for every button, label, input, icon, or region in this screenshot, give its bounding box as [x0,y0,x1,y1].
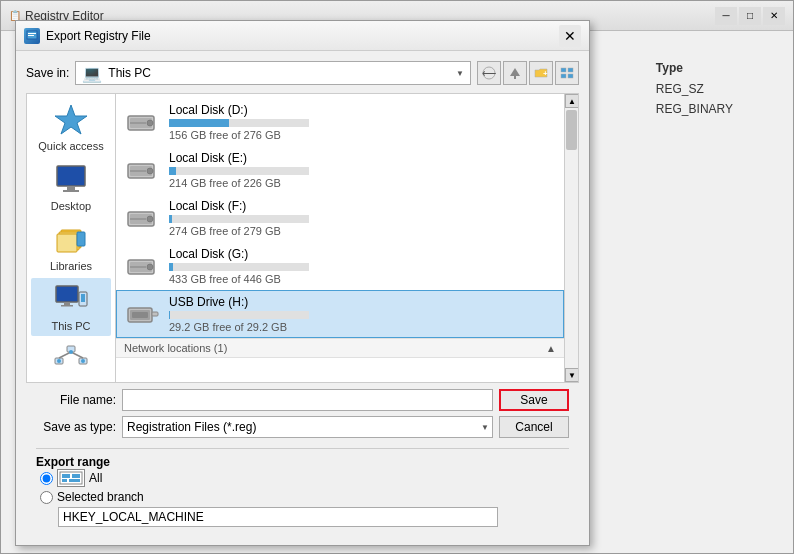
svg-point-32 [81,359,85,363]
sidebar-item-quickaccess[interactable]: Quick access [31,98,111,156]
bg-minimize-button[interactable]: ─ [715,7,737,25]
save-in-dropdown[interactable]: 💻 This PC ▼ [75,61,471,85]
back-button[interactable]: ⟵ [477,61,501,85]
dialog-close-button[interactable]: ✕ [559,25,581,47]
drive-icon-4 [125,299,161,329]
svg-rect-36 [130,122,146,124]
sidebar-item-thispc[interactable]: This PC [31,278,111,336]
drive-bar-fill-0 [169,119,229,127]
scrollbar[interactable]: ▲ ▼ [564,94,578,382]
drive-item-3[interactable]: Local Disk (G:) 433 GB free of 446 GB [116,242,564,290]
svg-point-47 [147,264,153,270]
svg-rect-44 [130,218,146,220]
network-section-text: Network locations (1) [124,342,546,354]
bg-close-button[interactable]: ✕ [763,7,785,25]
svg-rect-1 [28,33,36,34]
network-icon [51,342,91,378]
type-column: Type REG_SZ REG_BINARY [656,61,733,119]
drive-free-4: 29.2 GB free of 29.2 GB [169,321,555,333]
drive-bar-2 [169,215,309,223]
sidebar-thispc-label: This PC [51,320,90,332]
view-button[interactable] [555,61,579,85]
sidebar-item-desktop[interactable]: Desktop [31,158,111,216]
network-section-header[interactable]: Network locations (1) ▲ [116,338,564,358]
file-list[interactable]: Local Disk (D:) 156 GB free of 276 GB Lo… [116,94,564,382]
cancel-button[interactable]: Cancel [499,416,569,438]
drive-bar-3 [169,263,309,271]
drive-info-0: Local Disk (D:) 156 GB free of 276 GB [169,103,555,141]
svg-rect-57 [69,479,80,482]
sidebar-item-libraries[interactable]: Libraries [31,218,111,276]
save-in-dropdown-arrow: ▼ [456,69,464,78]
all-icon [57,469,85,487]
main-area: Quick access Desktop [26,93,579,383]
savetype-select[interactable]: Registration Files (*.reg) [122,416,493,438]
filename-label: File name: [36,393,116,407]
drive-bar-4 [169,311,309,319]
svg-rect-21 [64,302,70,305]
drive-item-1[interactable]: Local Disk (E:) 214 GB free of 226 GB [116,146,564,194]
svg-rect-24 [81,294,85,302]
scroll-up-button[interactable]: ▲ [565,94,579,108]
network-section-chevron: ▲ [546,343,556,354]
all-option[interactable]: All [40,469,569,487]
dialog-title: Export Registry File [46,29,559,43]
export-range-title: Export range [36,455,110,469]
filename-input[interactable] [122,389,493,411]
drive-free-1: 214 GB free of 226 GB [169,177,555,189]
drive-info-1: Local Disk (E:) 214 GB free of 226 GB [169,151,555,189]
drive-bar-fill-3 [169,263,173,271]
drive-name-3: Local Disk (G:) [169,247,555,261]
savetype-select-wrapper: Registration Files (*.reg) ▼ [122,416,493,438]
drive-item-2[interactable]: Local Disk (F:) 274 GB free of 279 GB [116,194,564,242]
libraries-icon [51,222,91,258]
up-button[interactable] [503,61,527,85]
svg-rect-15 [63,190,79,192]
toolbar-buttons: ⟵ + [477,61,579,85]
svg-rect-54 [62,474,70,478]
quickaccess-icon [51,102,91,138]
drive-name-2: Local Disk (F:) [169,199,555,213]
drive-icon-1 [125,155,161,185]
svg-rect-52 [152,312,158,316]
svg-rect-55 [72,474,80,478]
all-radio[interactable] [40,472,53,485]
save-in-row: Save in: 💻 This PC ▼ ⟵ [26,61,579,85]
sidebar-network-label: Network [51,380,91,383]
selected-branch-input[interactable] [58,507,498,527]
sidebar-item-network[interactable]: Network [31,338,111,383]
filename-row: File name: Save [36,389,569,411]
save-button[interactable]: Save [499,389,569,411]
drive-item-4[interactable]: USB Drive (H:) 29.2 GB free of 29.2 GB [116,290,564,338]
drive-item-0[interactable]: Local Disk (D:) 156 GB free of 276 GB [116,98,564,146]
drive-info-2: Local Disk (F:) 274 GB free of 279 GB [169,199,555,237]
bg-maximize-button[interactable]: □ [739,7,761,25]
selected-branch-radio[interactable] [40,491,53,504]
svg-rect-8 [561,68,566,72]
svg-rect-13 [57,166,85,186]
save-in-label: Save in: [26,66,69,80]
bg-win-controls: ─ □ ✕ [715,7,785,25]
drive-bar-0 [169,119,309,127]
drive-icon-3 [125,251,161,281]
scroll-down-button[interactable]: ▼ [565,368,579,382]
new-folder-button[interactable]: + [529,61,553,85]
svg-rect-19 [77,232,85,246]
svg-marker-12 [55,105,87,134]
svg-text:+: + [543,69,548,78]
svg-point-31 [57,359,61,363]
bottom-section: File name: Save Save as type: Registrati… [26,383,579,444]
desktop-icon [51,162,91,198]
svg-rect-51 [132,312,148,318]
scrollbar-thumb[interactable] [566,110,577,150]
drive-free-0: 156 GB free of 276 GB [169,129,555,141]
export-range-options: All Selected branch [36,469,569,527]
drive-bar-fill-2 [169,215,172,223]
svg-rect-48 [130,266,146,268]
svg-point-30 [69,350,73,354]
drive-icon-0 [125,107,161,137]
type-column-header: Type [656,61,733,75]
thispc-icon [51,282,91,318]
selected-branch-option[interactable]: Selected branch [40,490,569,504]
sidebar: Quick access Desktop [26,93,116,383]
